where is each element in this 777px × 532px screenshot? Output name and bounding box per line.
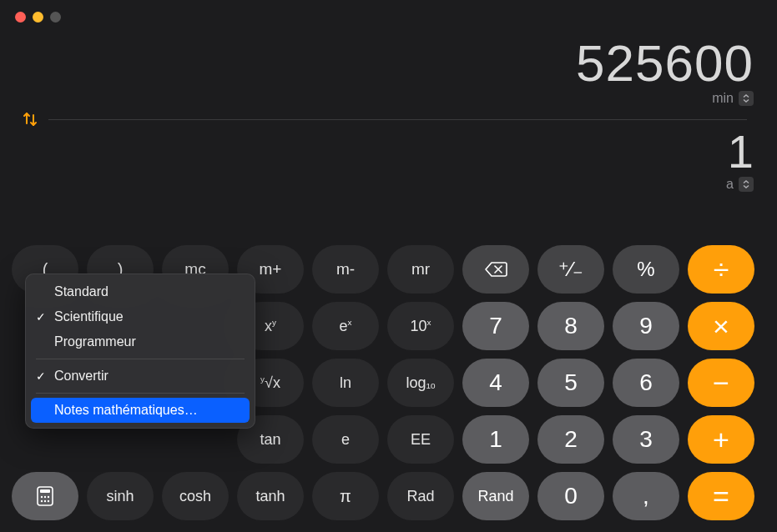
key-equals[interactable] bbox=[688, 472, 754, 520]
display-separator bbox=[48, 119, 747, 120]
swap-conversion-icon[interactable] bbox=[20, 111, 40, 128]
menu-separator bbox=[36, 359, 245, 359]
mode-menu-label: Standard bbox=[54, 284, 108, 299]
key-mr[interactable]: mr bbox=[387, 245, 454, 294]
mode-menu-label: Programmeur bbox=[54, 334, 136, 349]
mode-menu-item-math-notes[interactable]: Notes mathématiques… bbox=[31, 398, 250, 423]
key-minus[interactable] bbox=[688, 359, 754, 407]
window-minimize-button[interactable] bbox=[33, 12, 43, 23]
key-9[interactable]: 9 bbox=[613, 302, 679, 350]
secondary-unit-select[interactable] bbox=[739, 177, 754, 192]
key-rand[interactable]: Rand bbox=[462, 472, 529, 520]
window-zoom-button[interactable] bbox=[50, 12, 61, 23]
primary-value: 525600 bbox=[576, 33, 754, 93]
mode-menu-label: Scientifique bbox=[54, 309, 124, 324]
mode-menu-label: Notes mathématiques… bbox=[54, 403, 198, 418]
key-e[interactable]: e bbox=[312, 415, 379, 464]
mode-menu-item-scientific[interactable]: ✓ Scientifique bbox=[26, 304, 255, 329]
mode-menu-popup: Standard ✓ Scientifique Programmeur ✓ Co… bbox=[25, 274, 255, 429]
key-m-minus[interactable]: m- bbox=[312, 245, 379, 294]
key-2[interactable]: 2 bbox=[537, 415, 604, 464]
check-icon: ✓ bbox=[34, 310, 48, 324]
window-titlebar bbox=[0, 0, 777, 33]
svg-point-7 bbox=[48, 500, 49, 502]
key-cosh[interactable]: cosh bbox=[162, 472, 229, 520]
key-log10[interactable]: log10 bbox=[387, 359, 454, 407]
key-plus-minus[interactable]: ⁺∕₋ bbox=[537, 245, 604, 294]
svg-point-3 bbox=[44, 496, 46, 498]
key-pi[interactable]: π bbox=[312, 472, 379, 520]
primary-unit-label: min bbox=[712, 91, 734, 106]
display-area: 525600 min 1 a bbox=[0, 33, 777, 205]
key-3[interactable]: 3 bbox=[613, 415, 679, 464]
key-e-pow-x[interactable]: ex bbox=[312, 302, 379, 350]
window-close-button[interactable] bbox=[15, 12, 26, 23]
svg-rect-1 bbox=[40, 489, 50, 493]
key-decimal[interactable]: , bbox=[613, 472, 679, 520]
key-4[interactable]: 4 bbox=[462, 359, 529, 407]
key-percent[interactable]: % bbox=[613, 245, 679, 294]
key-5[interactable]: 5 bbox=[537, 359, 604, 407]
key-backspace[interactable] bbox=[462, 245, 529, 294]
key-tanh[interactable]: tanh bbox=[237, 472, 304, 520]
primary-unit-select[interactable] bbox=[739, 91, 754, 106]
key-1[interactable]: 1 bbox=[462, 415, 529, 464]
svg-point-4 bbox=[48, 496, 49, 498]
key-multiply[interactable] bbox=[688, 302, 754, 350]
key-7[interactable]: 7 bbox=[462, 302, 529, 350]
key-0[interactable]: 0 bbox=[537, 472, 604, 520]
key-8[interactable]: 8 bbox=[537, 302, 604, 350]
menu-separator bbox=[36, 393, 245, 394]
key-ee[interactable]: EE bbox=[387, 415, 454, 464]
key-ln[interactable]: ln bbox=[312, 359, 379, 407]
mode-menu-item-convert[interactable]: ✓ Convertir bbox=[26, 364, 255, 389]
key-sinh[interactable]: sinh bbox=[87, 472, 154, 520]
mode-menu-item-standard[interactable]: Standard bbox=[26, 279, 255, 304]
svg-point-2 bbox=[41, 496, 43, 498]
secondary-unit-label: a bbox=[726, 177, 734, 192]
svg-point-6 bbox=[44, 500, 46, 502]
key-6[interactable]: 6 bbox=[613, 359, 679, 407]
secondary-value: 1 bbox=[728, 124, 754, 178]
key-rad[interactable]: Rad bbox=[387, 472, 454, 520]
check-icon: ✓ bbox=[34, 369, 48, 383]
svg-point-5 bbox=[41, 500, 43, 502]
key-plus[interactable] bbox=[688, 415, 754, 464]
mode-menu-item-programmer[interactable]: Programmeur bbox=[26, 329, 255, 354]
key-divide[interactable] bbox=[688, 245, 754, 294]
key-mode-menu[interactable] bbox=[12, 472, 78, 520]
mode-menu-label: Convertir bbox=[54, 369, 108, 384]
key-10-pow-x[interactable]: 10x bbox=[387, 302, 454, 350]
